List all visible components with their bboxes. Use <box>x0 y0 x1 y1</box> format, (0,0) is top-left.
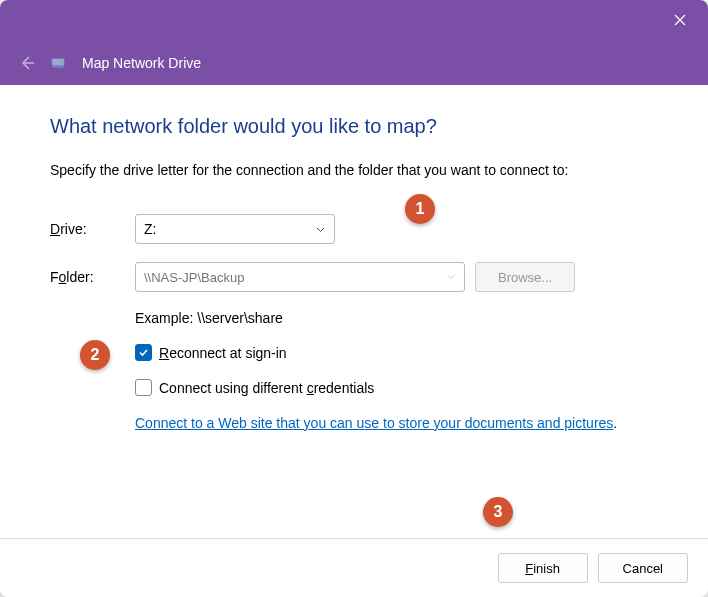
credentials-label: Connect using different credentials <box>159 380 374 396</box>
page-heading: What network folder would you like to ma… <box>50 115 663 138</box>
toolbar-title: Map Network Drive <box>82 55 201 71</box>
cancel-button[interactable]: Cancel <box>598 553 688 583</box>
svg-rect-1 <box>53 65 64 67</box>
page-subtitle: Specify the drive letter for the connect… <box>50 162 663 178</box>
content-area: What network folder would you like to ma… <box>0 85 708 538</box>
footer: 3 Finish Cancel <box>0 538 708 597</box>
folder-row: Folder: \\NAS-JP\Backup Browse... <box>50 262 663 292</box>
chevron-down-icon <box>446 272 456 282</box>
website-link[interactable]: Connect to a Web site that you can use t… <box>135 415 613 431</box>
reconnect-row: 2 Reconnect at sign-in <box>135 344 663 361</box>
browse-button[interactable]: Browse... <box>475 262 575 292</box>
drive-select[interactable]: Z: <box>135 214 335 244</box>
credentials-row: Connect using different credentials <box>135 379 663 396</box>
link-row: Connect to a Web site that you can use t… <box>135 414 663 432</box>
back-arrow-icon <box>18 54 36 72</box>
drive-label: Drive: <box>50 221 135 237</box>
annotation-badge-2: 2 <box>80 340 110 370</box>
folder-value: \\NAS-JP\Backup <box>144 270 244 285</box>
dialog-window: Map Network Drive What network folder wo… <box>0 0 708 597</box>
svg-point-2 <box>61 61 63 63</box>
network-drive-icon <box>50 54 68 72</box>
annotation-badge-1: 1 <box>405 194 435 224</box>
chevron-down-icon <box>315 224 326 235</box>
example-text: Example: \\server\share <box>135 310 663 326</box>
credentials-checkbox[interactable] <box>135 379 152 396</box>
reconnect-label: Reconnect at sign-in <box>159 345 287 361</box>
close-icon <box>674 14 686 26</box>
folder-label: Folder: <box>50 269 135 285</box>
close-button[interactable] <box>664 4 696 36</box>
reconnect-checkbox[interactable] <box>135 344 152 361</box>
back-button[interactable] <box>18 54 36 72</box>
drive-row: Drive: Z: 1 <box>50 214 663 244</box>
drive-value: Z: <box>144 221 156 237</box>
annotation-badge-3: 3 <box>483 497 513 527</box>
toolbar: Map Network Drive <box>0 40 708 85</box>
titlebar <box>0 0 708 40</box>
checkmark-icon <box>138 347 149 358</box>
finish-button[interactable]: Finish <box>498 553 588 583</box>
folder-combobox[interactable]: \\NAS-JP\Backup <box>135 262 465 292</box>
